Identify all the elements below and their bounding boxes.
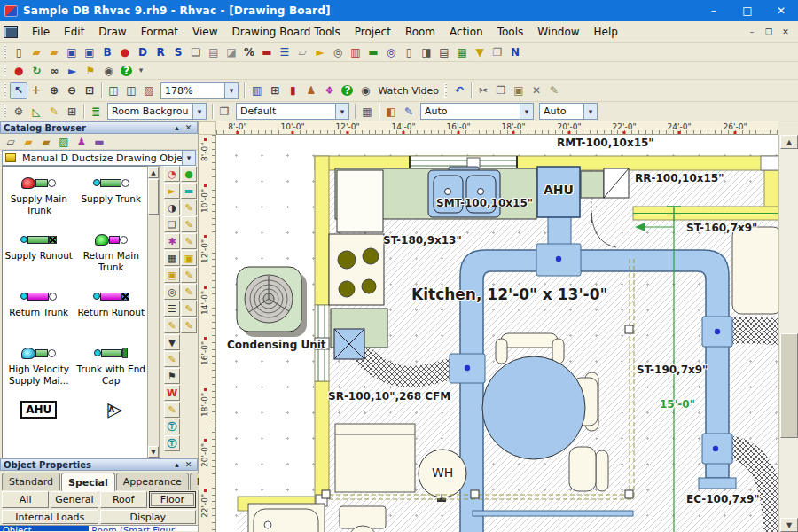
tile-two-icon[interactable]: ◫ xyxy=(122,82,140,99)
menu-project[interactable]: Project xyxy=(348,23,398,41)
system-s-icon[interactable]: S xyxy=(169,43,187,60)
toolbar-grip[interactable] xyxy=(4,83,6,98)
flower-icon[interactable]: ✱ xyxy=(164,233,180,249)
slope-icon[interactable]: ◪ xyxy=(223,43,240,60)
duct-end-cap[interactable] xyxy=(699,478,736,489)
zoom-out-icon[interactable]: ⊖ xyxy=(63,82,81,99)
pencil-1-icon[interactable]: ✎ xyxy=(181,200,197,215)
pencil-2-icon[interactable]: ✎ xyxy=(181,216,197,232)
menu-room[interactable]: Room xyxy=(398,23,442,41)
toolbar-grip[interactable] xyxy=(4,45,6,59)
catalog-item-arrow-symbol[interactable]: A ▷A xyxy=(75,395,148,452)
sofa[interactable] xyxy=(732,227,778,314)
pencil-b-icon[interactable]: ✎ xyxy=(164,351,180,367)
wall-left-lower[interactable] xyxy=(315,381,329,498)
catalog-item-trunk-with-end-cap[interactable]: Trunk with End Cap xyxy=(75,339,148,395)
catalog-item-supply-runout[interactable]: Supply Runout xyxy=(3,225,75,282)
rotate-icon[interactable]: ↻ xyxy=(27,63,45,78)
zoom-region-icon[interactable]: ⊡ xyxy=(81,82,98,99)
style-combo[interactable]: Default ▾ xyxy=(236,103,349,120)
format-painter-icon[interactable]: ✎ xyxy=(545,82,563,99)
print-preview-icon[interactable]: ◨ xyxy=(418,43,435,60)
arrow-3d-icon[interactable]: ► xyxy=(64,63,82,78)
chevron-down-icon[interactable]: ▾ xyxy=(182,151,195,165)
binoculars-icon[interactable]: ∞ xyxy=(46,63,64,78)
bathtub[interactable] xyxy=(248,504,325,532)
funnel-icon[interactable]: ▼ xyxy=(471,43,489,60)
properties-collapse-button[interactable]: ▴ xyxy=(171,460,183,469)
line-color-icon[interactable]: ✎ xyxy=(400,103,418,120)
catalog-scroll-thumb[interactable] xyxy=(148,179,159,215)
list-icon[interactable]: ☰ xyxy=(164,301,180,317)
grid-options-icon[interactable]: ⊞ xyxy=(266,82,284,99)
magnifier-icon[interactable]: ◎ xyxy=(382,43,400,60)
drawing-canvas[interactable]: RMT-100,10x15" RR-100,10x15" SMT-100,10x… xyxy=(216,135,778,532)
catalog-collapse-button[interactable]: ▴ xyxy=(171,123,183,132)
page-edit-icon[interactable]: ▱ xyxy=(293,43,311,60)
catalog-item-supply-trunk[interactable]: Supply Trunk xyxy=(75,168,148,225)
tab-special[interactable]: Special xyxy=(61,473,115,491)
fan-tool-icon[interactable]: ● xyxy=(10,63,27,78)
refrigerator[interactable] xyxy=(335,424,415,492)
car-icon[interactable]: ▬ xyxy=(181,183,197,199)
catalog-close-button[interactable]: ✕ xyxy=(183,123,194,132)
help2-icon[interactable]: ? xyxy=(339,82,356,99)
toilet[interactable] xyxy=(340,506,386,532)
catalog-open-icon[interactable]: ▰ xyxy=(20,135,37,149)
button-roof[interactable]: Roof xyxy=(100,491,147,508)
catalog-item-ahu[interactable]: AHU AHU xyxy=(3,395,75,452)
view-scope-icon[interactable]: ◉ xyxy=(99,63,117,78)
pencil-new-icon[interactable]: ✎ xyxy=(45,103,63,120)
tab-standard[interactable]: Standard xyxy=(2,473,60,490)
pencil-7-icon[interactable]: ✎ xyxy=(181,317,197,333)
button-general[interactable]: General xyxy=(51,491,98,508)
layers-icon[interactable]: ≣ xyxy=(87,103,105,120)
mdi-minimize-button[interactable]: – xyxy=(745,26,759,38)
table-icon[interactable]: ▦ xyxy=(164,250,180,266)
tab-appearance[interactable]: Appearance xyxy=(116,473,189,490)
toolbar-grip[interactable] xyxy=(4,65,6,76)
scroll-up-icon[interactable]: ▲ xyxy=(780,135,798,149)
drop-icon[interactable]: ▼ xyxy=(164,334,180,350)
new-document-icon[interactable]: ▯ xyxy=(10,43,27,60)
menu-drawing-board-tools[interactable]: Drawing Board Tools xyxy=(224,23,347,41)
copy-report-icon[interactable]: ❏ xyxy=(187,43,205,60)
object-properties-icon[interactable]: ⚙ xyxy=(10,103,27,120)
button-all[interactable]: All xyxy=(2,491,49,508)
open-file-icon[interactable]: ▰ xyxy=(27,43,45,60)
fill-mode-combo[interactable]: Auto ▾ xyxy=(420,103,534,120)
drawer-icon[interactable]: ▤ xyxy=(205,43,223,60)
phone-icon[interactable]: ◎ xyxy=(164,284,180,300)
dialog-icon[interactable]: ❏ xyxy=(164,216,180,232)
percent-dbr-icon[interactable]: % xyxy=(240,43,258,60)
palette-icon[interactable]: ❖ xyxy=(320,82,339,99)
mdi-restore-button[interactable]: ❐ xyxy=(762,26,776,38)
line-mode-combo[interactable]: Auto ▾ xyxy=(539,103,598,120)
duct-bottom-strip[interactable] xyxy=(473,511,633,516)
window-maximize-button[interactable]: □ xyxy=(731,0,764,21)
menu-view[interactable]: View xyxy=(185,23,224,41)
chevron-down-icon[interactable]: ▾ xyxy=(224,83,238,98)
menu-format[interactable]: Format xyxy=(134,23,185,41)
catalog-item-high-velocity-supply-main[interactable]: High Velocity Supply Mai... xyxy=(3,339,75,395)
window-minimize-button[interactable]: – xyxy=(697,0,731,21)
tile-one-icon[interactable]: ◫ xyxy=(105,82,122,99)
pointer-select-icon[interactable]: ↖ xyxy=(10,82,27,99)
coil-icon[interactable]: W xyxy=(164,385,180,401)
ahu-connector-duct[interactable] xyxy=(548,215,571,247)
report-list-icon[interactable]: ☰ xyxy=(276,43,293,60)
copy-icon[interactable]: ❐ xyxy=(492,82,510,99)
catalog-new-icon[interactable]: ▱ xyxy=(2,135,20,149)
return-grille-box[interactable] xyxy=(581,171,604,198)
kitchen-sink[interactable] xyxy=(428,167,500,217)
save-all-icon[interactable]: ▣ xyxy=(81,43,98,60)
people-icon[interactable]: ♟ xyxy=(301,82,320,99)
toolbar-grip[interactable] xyxy=(444,83,447,98)
green-manual-icon[interactable]: ▬ xyxy=(364,43,382,60)
catalog-item-return-main-trunk[interactable]: Return Main Trunk xyxy=(75,225,148,282)
catalog-scrollbar[interactable]: ▲ ▼ xyxy=(147,166,160,458)
paste-icon[interactable]: ▣ xyxy=(510,82,528,99)
contrast-icon[interactable]: ◑ xyxy=(164,200,180,215)
camera-icon[interactable]: ◉ xyxy=(356,82,374,99)
set-square-icon[interactable]: ◺ xyxy=(27,103,45,120)
